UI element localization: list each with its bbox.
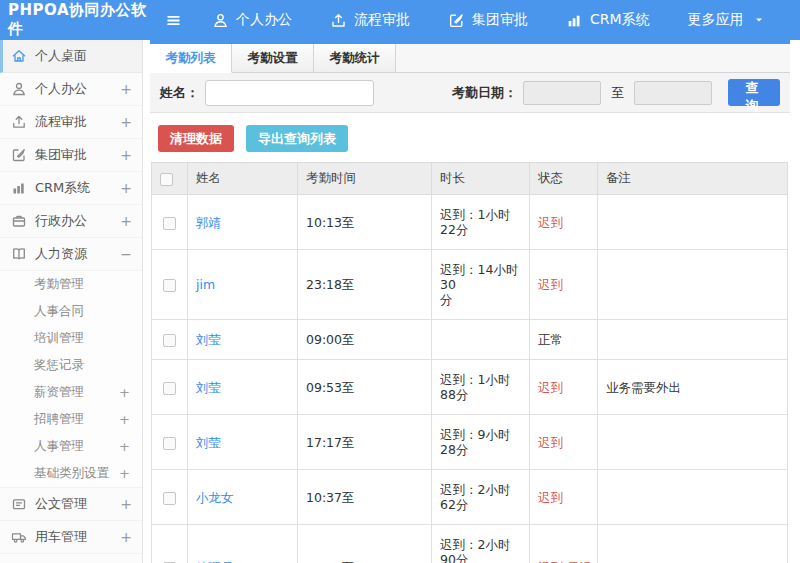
row-checkbox[interactable]	[163, 334, 176, 347]
topnav-more-apps[interactable]: 更多应用	[688, 11, 765, 29]
search-button[interactable]: 查 询	[728, 79, 780, 106]
sidebar-item-hr-contract[interactable]: 人事合同	[0, 298, 142, 325]
topnav-label: 流程审批	[354, 11, 410, 29]
sub-item-label: 奖惩记录	[34, 357, 130, 374]
sub-item-label: 考勤管理	[34, 276, 130, 293]
clear-data-button[interactable]: 清理数据	[158, 125, 234, 152]
main-content: 考勤列表 考勤设置 考勤统计 姓名： 考勤日期： 至 查 询 清理数据 导出查询…	[150, 40, 790, 563]
export-list-button[interactable]: 导出查询列表	[246, 125, 348, 152]
sidebar-item-personal-desktop[interactable]: 个人桌面	[0, 40, 142, 73]
topnav-personal-office[interactable]: 个人办公	[212, 11, 292, 29]
top-bar: PHPOA协同办公软件 个人办公 流程审批 集团审批 CRM系统 更多应用	[0, 0, 800, 40]
sidebar-item-recruit-mgmt[interactable]: 招聘管理 +	[0, 406, 142, 433]
attendance-time: 10:54至10:54	[298, 525, 432, 563]
collapse-toggle[interactable]: −	[120, 246, 132, 262]
sidebar-item-admin-office[interactable]: 行政办公 +	[0, 205, 142, 238]
sidebar-item-hr[interactable]: 人力资源 −	[0, 238, 142, 271]
date-filter-label: 考勤日期：	[452, 84, 517, 102]
duration-cell	[432, 320, 530, 360]
home-icon	[11, 48, 27, 64]
sidebar-item-group-approval[interactable]: 集团审批 +	[0, 139, 142, 172]
sidebar-item-personal-office[interactable]: 个人办公 +	[0, 73, 142, 106]
sidebar-hr-submenu: 考勤管理 人事合同 培训管理 奖惩记录 薪资管理 + 招聘管理 + 人事管理 +…	[0, 271, 142, 488]
topnav-workflow-approval[interactable]: 流程审批	[330, 11, 410, 29]
row-checkbox[interactable]	[163, 382, 176, 395]
date-from-input[interactable]	[523, 81, 601, 105]
tab-attendance-list[interactable]: 考勤列表	[150, 44, 232, 73]
sidebar-item-attendance-mgmt[interactable]: 考勤管理	[0, 271, 142, 298]
sidebar-item-vehicle-mgmt[interactable]: 用车管理 +	[0, 521, 142, 554]
header-status: 状态	[530, 163, 598, 195]
expand-toggle[interactable]: +	[120, 114, 132, 130]
expand-toggle[interactable]: +	[119, 412, 130, 427]
note-cell	[598, 320, 788, 360]
row-checkbox[interactable]	[163, 217, 176, 230]
expand-toggle[interactable]: +	[120, 529, 132, 545]
expand-toggle[interactable]: +	[120, 81, 132, 97]
status-badge: 迟到	[538, 435, 563, 450]
sidebar-item-reward-punishment[interactable]: 奖惩记录	[0, 352, 142, 379]
table-header-row: 姓名 考勤时间 时长 状态 备注	[152, 163, 788, 195]
table-row: jim 23:18至 迟到：14小时30分 迟到	[152, 250, 788, 320]
note-cell	[598, 195, 788, 250]
expand-toggle[interactable]: +	[120, 496, 132, 512]
select-all-checkbox[interactable]	[160, 173, 173, 186]
note-cell	[598, 470, 788, 525]
menu-toggle-icon[interactable]	[150, 12, 196, 29]
status-badge: 迟到	[538, 277, 563, 292]
expand-toggle[interactable]: +	[119, 466, 130, 481]
employee-name-link[interactable]: 刘莹	[196, 380, 221, 395]
topnav-crm[interactable]: CRM系统	[566, 11, 650, 29]
row-checkbox[interactable]	[163, 279, 176, 292]
employee-name-link[interactable]: jim	[196, 277, 215, 292]
table-row: 刘莹 17:17至 迟到：9小时28分 迟到	[152, 415, 788, 470]
employee-name-link[interactable]: 郭靖	[196, 215, 221, 230]
header-name: 姓名	[188, 163, 298, 195]
note-cell: 1111	[598, 525, 788, 563]
row-checkbox[interactable]	[163, 437, 176, 450]
sub-item-label: 培训管理	[34, 330, 130, 347]
sidebar-item-document-mgmt[interactable]: 公文管理 +	[0, 488, 142, 521]
sidebar-item-personnel-mgmt[interactable]: 人事管理 +	[0, 433, 142, 460]
tab-bar: 考勤列表 考勤设置 考勤统计	[150, 44, 790, 73]
sidebar-item-salary-mgmt[interactable]: 薪资管理 +	[0, 379, 142, 406]
book-icon	[11, 246, 27, 262]
topnav-label: CRM系统	[590, 11, 650, 29]
employee-name-link[interactable]: 小龙女	[196, 490, 234, 505]
user-icon	[11, 81, 27, 97]
topnav-label: 个人办公	[236, 11, 292, 29]
expand-toggle[interactable]: +	[120, 147, 132, 163]
topnav-group-approval[interactable]: 集团审批	[448, 11, 528, 29]
name-filter-input[interactable]	[205, 80, 374, 106]
expand-toggle[interactable]: +	[119, 385, 130, 400]
sidebar-item-crm[interactable]: CRM系统 +	[0, 172, 142, 205]
employee-name-link[interactable]: 刘莹	[196, 435, 221, 450]
header-duration: 时长	[432, 163, 530, 195]
sidebar-item-base-category-settings[interactable]: 基础类别设置 +	[0, 460, 142, 487]
bar-chart-icon	[566, 12, 583, 29]
employee-name-link[interactable]: 管理员	[196, 560, 234, 563]
sidebar-item-label: 流程审批	[35, 113, 120, 131]
row-checkbox[interactable]	[163, 492, 176, 505]
caret-down-icon	[753, 14, 765, 26]
tab-attendance-settings[interactable]: 考勤设置	[232, 44, 314, 72]
expand-toggle[interactable]: +	[120, 213, 132, 229]
header-note: 备注	[598, 163, 788, 195]
employee-name-link[interactable]: 刘莹	[196, 332, 221, 347]
sidebar-item-workflow-approval[interactable]: 流程审批 +	[0, 106, 142, 139]
date-to-label: 至	[611, 84, 624, 102]
date-to-input[interactable]	[634, 81, 712, 105]
sidebar-item-training-mgmt[interactable]: 培训管理	[0, 325, 142, 352]
sidebar: 个人桌面 个人办公 + 流程审批 + 集团审批 + CRM系统 + 行政办公 +…	[0, 40, 143, 563]
truck-icon	[11, 529, 27, 545]
tab-attendance-stats[interactable]: 考勤统计	[314, 44, 396, 72]
sidebar-item-label: 用车管理	[35, 528, 120, 546]
header-time: 考勤时间	[298, 163, 432, 195]
status-badge: 迟到	[538, 490, 563, 505]
status-badge: 迟到	[538, 215, 563, 230]
expand-toggle[interactable]: +	[120, 180, 132, 196]
expand-toggle[interactable]: +	[119, 439, 130, 454]
attendance-time: 10:13至	[298, 195, 432, 250]
edit-icon	[11, 147, 27, 163]
sidebar-item-label: 公文管理	[35, 495, 120, 513]
